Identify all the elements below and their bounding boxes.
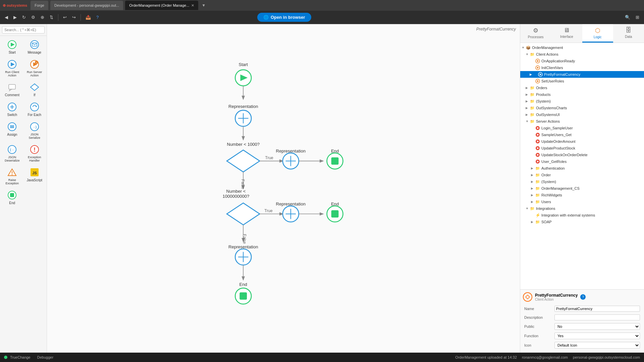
tree-order-label: Order (541, 173, 551, 177)
props-public-select[interactable]: No Yes (554, 323, 640, 330)
tab-close-icon[interactable]: ✕ (191, 3, 194, 8)
refresh-button[interactable]: ↻ (20, 13, 28, 21)
tree-integrations[interactable]: ▼ 📁 Integrations (520, 205, 644, 212)
redo-button[interactable]: ↪ (70, 13, 78, 21)
tree-user-get-roles-label: User_GetRoles (541, 160, 567, 164)
tree-root-arrow[interactable]: ▼ (522, 46, 526, 49)
tree-outsystems-ui[interactable]: ▶ 📁 OutSystemsUI (520, 111, 644, 118)
tree-system2-arrow[interactable]: ▶ (531, 180, 535, 183)
tab-order-management[interactable]: OrderManagement (Order Manage... ✕ (125, 1, 198, 10)
tree-integration-ext[interactable]: ⚡ Integration with external systems (520, 212, 644, 219)
tool-json-serialize[interactable]: →} JSON Serialize (24, 119, 46, 141)
flow-diagram[interactable]: Start Representation Number < 1000? True… (47, 24, 520, 353)
tree-products[interactable]: ▶ 📁 Products (520, 91, 644, 98)
tool-comment-label: Comment (5, 93, 19, 97)
undo-button[interactable]: ↩ (61, 13, 69, 21)
tool-javascript[interactable]: JS JavaScript (24, 165, 46, 187)
tree-server-actions[interactable]: ▼ 📁 Server Actions (520, 118, 644, 125)
tree-products-arrow[interactable]: ▶ (526, 93, 530, 96)
search-toolbar-button[interactable]: 🔍 (623, 13, 632, 21)
help-button[interactable]: ? (94, 13, 101, 21)
tab-interface[interactable]: 🖥 Interface (551, 24, 582, 43)
tree-order-arrow[interactable]: ▶ (531, 173, 535, 177)
server-actions-folder-icon: 📁 (530, 119, 535, 124)
tree-users-arrow[interactable]: ▶ (531, 200, 535, 203)
tree-server-actions-arrow[interactable]: ▼ (526, 120, 530, 123)
tool-end[interactable]: End (1, 188, 23, 207)
compare-button[interactable]: ⇅ (48, 13, 55, 21)
tree-authentication[interactable]: ▶ 📁 Authentication (520, 165, 644, 172)
search-input[interactable] (2, 26, 45, 34)
tab-development[interactable]: Development - personal-gwwgqipi.out... (50, 1, 123, 10)
tree-auth-arrow[interactable]: ▶ (531, 167, 535, 170)
props-description-input[interactable] (554, 314, 640, 320)
tool-if[interactable]: If (24, 80, 46, 99)
tree-system-arrow[interactable]: ▶ (526, 100, 530, 103)
tree-login-sample[interactable]: Login_SampleUser (520, 125, 644, 131)
tree-soap-arrow[interactable]: ▶ (531, 220, 535, 224)
tree-order-mgmt-cs[interactable]: ▶ 📁 OrderManagement_CS (520, 185, 644, 192)
tab-logic[interactable]: ⬡ Logic (582, 24, 613, 43)
tree-system[interactable]: ▶ 📁 (System) (520, 98, 644, 105)
system2-folder-icon: 📁 (535, 179, 540, 184)
tree-set-user-roles[interactable]: SetUserRoles (520, 78, 644, 84)
tab-data[interactable]: 🗄 Data (613, 24, 644, 43)
tree-soap[interactable]: ▶ 📁 SOAP (520, 219, 644, 225)
tree-rich-widgets[interactable]: ▶ 📁 RichWidgets (520, 192, 644, 198)
tree-on-app-ready[interactable]: OnApplicationReady (520, 58, 644, 64)
status-bar: TrueChange Debugger OrderManagement uplo… (0, 353, 644, 362)
props-name-input[interactable] (554, 306, 640, 312)
tool-comment[interactable]: Comment (1, 80, 23, 99)
tool-run-server-action[interactable]: S Run Server Action (24, 57, 46, 79)
tree-users[interactable]: ▶ 📁 Users (520, 198, 644, 205)
status-left: TrueChange Debugger (4, 355, 53, 359)
tree-pretty-format[interactable]: ▶ PrettyFormatCurrency (520, 71, 644, 78)
tree-order-mgmt-arrow[interactable]: ▶ (531, 187, 535, 190)
for-each-icon (29, 102, 40, 112)
tree-root[interactable]: ▼ 📦 OrderManagement (520, 44, 644, 51)
status-debugger[interactable]: Debugger (37, 355, 53, 359)
send-button[interactable]: 📤 (84, 13, 93, 21)
tree-client-actions-arrow[interactable]: ▼ (526, 53, 530, 56)
tree-ui-arrow[interactable]: ▶ (526, 113, 530, 116)
json-deserialize-icon: {→ (7, 144, 17, 155)
tab-forge[interactable]: Forge (31, 1, 48, 10)
tree-outsystems-charts[interactable]: ▶ 📁 OutSystemsCharts (520, 105, 644, 111)
tree-update-product-stock[interactable]: UpdateProductStock (520, 145, 644, 152)
tree-orders[interactable]: ▶ 📁 Orders (520, 84, 644, 91)
tool-exception-handler[interactable]: Exception Handler (24, 142, 46, 164)
props-help-button[interactable]: ? (580, 294, 586, 300)
target-button[interactable]: ⊕ (39, 13, 46, 21)
tool-for-each[interactable]: For Each (24, 100, 46, 119)
tool-assign[interactable]: Assign (1, 119, 23, 141)
tool-start[interactable]: Start (1, 37, 23, 56)
tab-dropdown-icon[interactable]: ▼ (202, 3, 206, 8)
tab-processes[interactable]: ⚙ Processes (520, 24, 551, 43)
tree-charts-arrow[interactable]: ▶ (526, 106, 530, 110)
tree-rich-widgets-arrow[interactable]: ▶ (531, 193, 535, 197)
tree-user-get-roles[interactable]: User_GetRoles (520, 158, 644, 165)
tree-init-client-vars[interactable]: InitClientVars (520, 64, 644, 71)
forward-button[interactable]: ▶ (11, 13, 19, 21)
tree-integrations-arrow[interactable]: ▼ (526, 207, 530, 210)
settings-button[interactable]: ⚙ (29, 13, 37, 21)
status-truechange[interactable]: TrueChange (10, 355, 31, 359)
props-icon-select[interactable]: Default Icon (554, 342, 640, 349)
tree-update-order-amount[interactable]: UpdateOrderAmount (520, 138, 644, 145)
tree-sample-users-get[interactable]: SampleUsers_Get (520, 131, 644, 138)
tree-order[interactable]: ▶ 📁 Order (520, 172, 644, 178)
tool-raise-exception[interactable]: Raise Exception (1, 165, 23, 187)
tree-client-actions[interactable]: ▼ 📁 Client Actions (520, 51, 644, 58)
props-function-select[interactable]: Yes No (554, 333, 640, 339)
open-browser-button[interactable]: 🌐 Open in browser (257, 13, 311, 22)
tool-message[interactable]: Message (24, 37, 46, 56)
tree-system2[interactable]: ▶ 📁 (System) (520, 178, 644, 185)
svg-text:JS: JS (32, 171, 37, 175)
tool-json-deserialize[interactable]: {→ JSON Deserialize (1, 142, 23, 164)
tree-update-stock-order-delete[interactable]: UpdateStockOnOrderDelete (520, 152, 644, 158)
grid-toolbar-button[interactable]: ⊞ (634, 13, 641, 21)
back-button[interactable]: ◀ (3, 13, 10, 21)
tree-orders-arrow[interactable]: ▶ (526, 86, 530, 89)
tool-run-client-action[interactable]: Run Client Action (1, 57, 23, 79)
tool-switch[interactable]: Switch (1, 100, 23, 119)
